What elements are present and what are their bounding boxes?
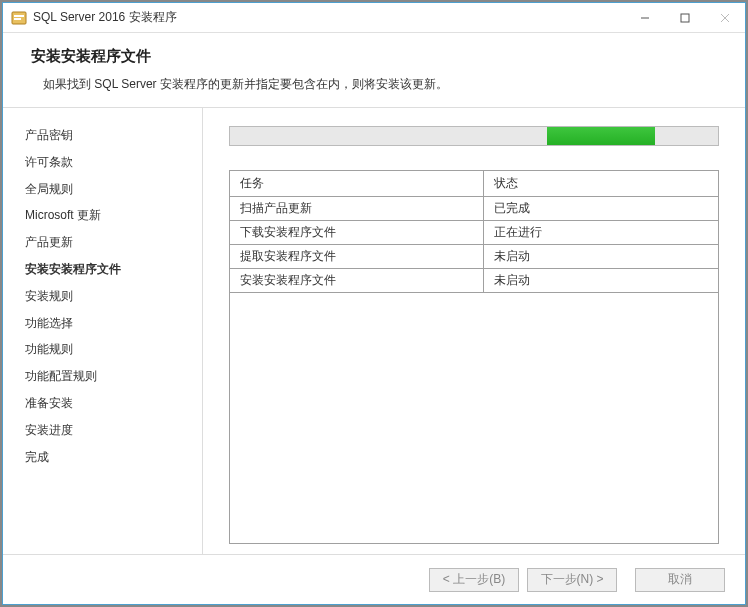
table-row: 扫描产品更新已完成 bbox=[230, 197, 718, 221]
col-header-task: 任务 bbox=[230, 171, 484, 197]
sidebar-item-5[interactable]: 安装安装程序文件 bbox=[25, 256, 202, 283]
cancel-button[interactable]: 取消 bbox=[635, 568, 725, 592]
col-header-status: 状态 bbox=[484, 171, 718, 197]
table-row: 提取安装程序文件未启动 bbox=[230, 245, 718, 269]
sidebar-item-1[interactable]: 许可条款 bbox=[25, 149, 202, 176]
svg-rect-1 bbox=[14, 15, 24, 17]
maximize-button[interactable] bbox=[665, 3, 705, 32]
back-button[interactable]: < 上一步(B) bbox=[429, 568, 519, 592]
progress-fill bbox=[547, 127, 654, 145]
task-cell: 安装安装程序文件 bbox=[230, 269, 484, 293]
page-subtitle: 如果找到 SQL Server 安装程序的更新并指定要包含在内，则将安装该更新。 bbox=[31, 76, 717, 93]
page-title: 安装安装程序文件 bbox=[31, 47, 717, 66]
sidebar-item-8[interactable]: 功能规则 bbox=[25, 336, 202, 363]
sidebar-item-12[interactable]: 完成 bbox=[25, 444, 202, 471]
table-row: 下载安装程序文件正在进行 bbox=[230, 221, 718, 245]
task-table: 任务 状态 扫描产品更新已完成下载安装程序文件正在进行提取安装程序文件未启动安装… bbox=[229, 170, 719, 544]
table-row: 安装安装程序文件未启动 bbox=[230, 269, 718, 293]
status-cell: 正在进行 bbox=[484, 221, 718, 245]
sidebar-item-6[interactable]: 安装规则 bbox=[25, 283, 202, 310]
next-button[interactable]: 下一步(N) > bbox=[527, 568, 617, 592]
task-cell: 扫描产品更新 bbox=[230, 197, 484, 221]
sidebar-item-7[interactable]: 功能选择 bbox=[25, 310, 202, 337]
status-cell: 已完成 bbox=[484, 197, 718, 221]
task-cell: 下载安装程序文件 bbox=[230, 221, 484, 245]
svg-rect-2 bbox=[14, 18, 21, 20]
footer: < 上一步(B) 下一步(N) > 取消 bbox=[3, 554, 745, 604]
window-title: SQL Server 2016 安装程序 bbox=[33, 9, 625, 26]
sidebar-item-3[interactable]: Microsoft 更新 bbox=[25, 202, 202, 229]
sidebar-item-2[interactable]: 全局规则 bbox=[25, 176, 202, 203]
titlebar: SQL Server 2016 安装程序 bbox=[3, 3, 745, 33]
header: 安装安装程序文件 如果找到 SQL Server 安装程序的更新并指定要包含在内… bbox=[3, 33, 745, 108]
sidebar-item-0[interactable]: 产品密钥 bbox=[25, 122, 202, 149]
svg-rect-4 bbox=[681, 14, 689, 22]
minimize-button[interactable] bbox=[625, 3, 665, 32]
sidebar: 产品密钥许可条款全局规则Microsoft 更新产品更新安装安装程序文件安装规则… bbox=[3, 108, 203, 554]
status-cell: 未启动 bbox=[484, 245, 718, 269]
sidebar-item-4[interactable]: 产品更新 bbox=[25, 229, 202, 256]
sidebar-item-10[interactable]: 准备安装 bbox=[25, 390, 202, 417]
close-button[interactable] bbox=[705, 3, 745, 32]
main-panel: 任务 状态 扫描产品更新已完成下载安装程序文件正在进行提取安装程序文件未启动安装… bbox=[203, 108, 745, 554]
sidebar-item-9[interactable]: 功能配置规则 bbox=[25, 363, 202, 390]
app-icon bbox=[11, 10, 27, 26]
progress-bar bbox=[229, 126, 719, 146]
task-cell: 提取安装程序文件 bbox=[230, 245, 484, 269]
installer-window: SQL Server 2016 安装程序 安装安装程序文件 如果找到 SQL S… bbox=[2, 2, 746, 605]
status-cell: 未启动 bbox=[484, 269, 718, 293]
body: 产品密钥许可条款全局规则Microsoft 更新产品更新安装安装程序文件安装规则… bbox=[3, 108, 745, 554]
sidebar-item-11[interactable]: 安装进度 bbox=[25, 417, 202, 444]
window-controls bbox=[625, 3, 745, 32]
